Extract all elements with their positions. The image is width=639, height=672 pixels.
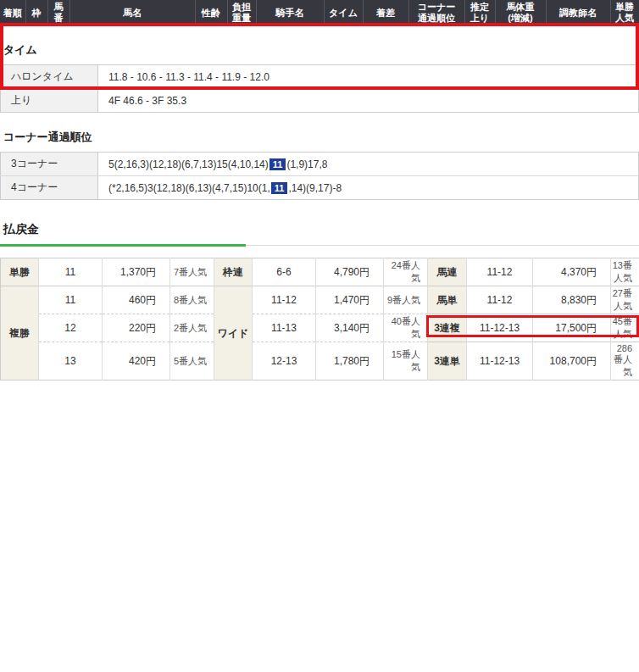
payout-section: 単勝 11 1,370円 7番人気 枠連 6-6 4,790円 24番人気 馬連… [0,258,639,380]
column-header: 着差 [363,0,408,25]
corner3-order: 5(2,16,3)(12,18)(6,7,13)15(4,10,14)11(1,… [98,153,639,176]
umaren-number: 11-12 [467,258,533,286]
winner-number-chip: 11 [269,158,286,170]
tansho-number: 11 [39,258,103,286]
umaren-amount: 4,370円 [533,258,611,286]
fukusho-popularity: 2番人気 [170,314,214,342]
laptime-row: ハロンタイム 11.8 - 10.6 - 11.3 - 11.4 - 11.9 … [1,65,639,89]
corner4-pre: (*2,16,5)3(12,18)(6,13)(4,7,15)10(1, [108,182,270,194]
wide-number: 11-13 [253,314,316,342]
payout-table: 単勝 11 1,370円 7番人気 枠連 6-6 4,790円 24番人気 馬連… [0,258,639,380]
corner4-order: (*2,16,5)3(12,18)(6,13)(4,7,15)10(1,11,1… [98,176,639,200]
wide-number: 11-12 [253,286,316,314]
sanrenpuku-number: 11-12-13 [467,314,533,342]
payout-row: 単勝 11 1,370円 7番人気 枠連 6-6 4,790円 24番人気 馬連… [1,258,639,286]
column-header: 着順 [0,0,25,25]
umaren-label: 馬連 [428,258,467,286]
column-header: コーナー 通過順位 [408,0,464,25]
column-header: 性齢 [195,0,227,25]
fukusho-number: 13 [39,342,103,380]
sanrentan-amount: 108,700円 [533,342,611,380]
column-header: 馬名 [69,0,195,25]
sanrentan-popularity: 286番人気 [611,342,639,380]
laptime-heading: タイム [3,42,636,58]
wide-popularity: 9番人気 [384,286,428,314]
wakuren-popularity: 24番人気 [384,258,428,286]
corner-table: 3コーナー 5(2,16,3)(12,18)(6,7,13)15(4,10,14… [0,152,639,200]
fukusho-amount: 220円 [103,314,170,342]
wide-amount: 1,470円 [316,286,384,314]
column-header: 推定 上り [464,0,495,25]
column-header: 調教師名 [546,0,610,25]
wide-amount: 3,140円 [316,314,384,342]
laptime-label: ハロンタイム [1,65,98,89]
fukusho-amount: 460円 [103,286,170,314]
sanrenpuku-popularity: 45番人気 [611,314,639,342]
umatan-amount: 8,830円 [533,286,611,314]
last-up-times: 4F 46.6 - 3F 35.3 [98,89,639,113]
corner3-label: 3コーナー [1,153,98,176]
wakuren-label: 枠連 [214,258,253,286]
payout-row: 13 420円 5番人気 12-13 1,780円 15番人気 3連単 11-1… [1,342,639,380]
payout-row: 複勝 11 460円 8番人気 ワイド 11-12 1,470円 9番人気 馬単… [1,286,639,314]
column-header: 単勝 人気 [610,0,639,25]
race-results-section: 着順枠馬 番馬名性齢負担 重量騎手名タイム着差コーナー 通過順位推定 上り馬体重… [0,0,639,25]
sanrentan-number: 11-12-13 [467,342,533,380]
column-header: 騎手名 [256,0,324,25]
wide-amount: 1,780円 [316,342,384,380]
tansho-popularity: 7番人気 [170,258,214,286]
corner-row: 4コーナー (*2,16,5)3(12,18)(6,13)(4,7,15)10(… [1,176,639,200]
fukusho-number: 11 [39,286,103,314]
umatan-popularity: 27番人気 [611,286,639,314]
fukusho-label: 複勝 [1,286,39,380]
wide-number: 12-13 [253,342,316,380]
sanrenpuku-label: 3連複 [428,314,467,342]
laptime-row: 上り 4F 46.6 - 3F 35.3 [1,89,639,113]
winner-number-chip: 11 [271,182,288,194]
corner4-post: ,14)(9,17)-8 [288,182,342,194]
wide-label: ワイド [214,286,253,380]
fukusho-number: 12 [39,314,103,342]
column-header: タイム [324,0,363,25]
sanrentan-label: 3連単 [428,342,467,380]
corner-heading: コーナー通過順位 [3,130,636,145]
tansho-label: 単勝 [1,258,39,286]
wakuren-amount: 4,790円 [316,258,384,286]
furlong-times: 11.8 - 10.6 - 11.3 - 11.4 - 11.9 - 12.0 [98,65,639,89]
wide-popularity: 15番人気 [384,342,428,380]
results-header-row: 着順枠馬 番馬名性齢負担 重量騎手名タイム着差コーナー 通過順位推定 上り馬体重… [0,0,639,25]
last-up-label: 上り [1,89,98,113]
wide-popularity: 40番人気 [384,314,428,342]
fukusho-popularity: 8番人気 [170,286,214,314]
fukusho-amount: 420円 [103,342,170,380]
payout-heading: 払戻金 [3,222,639,246]
tansho-amount: 1,370円 [103,258,170,286]
column-header: 馬 番 [47,0,69,25]
corner4-label: 4コーナー [1,176,98,200]
payout-row: 12 220円 2番人気 11-13 3,140円 40番人気 3連複 11-1… [1,314,639,342]
corner3-pre: 5(2,16,3)(12,18)(6,7,13)15(4,10,14) [108,158,269,170]
fukusho-popularity: 5番人気 [170,342,214,380]
race-results-table: 着順枠馬 番馬名性齢負担 重量騎手名タイム着差コーナー 通過順位推定 上り馬体重… [0,0,639,25]
umaren-popularity: 13番人気 [611,258,639,286]
column-header: 枠 [25,0,47,25]
corner3-post: (1,9)17,8 [286,158,327,170]
column-header: 馬体重 (増減) [495,0,546,25]
corner-row: 3コーナー 5(2,16,3)(12,18)(6,7,13)15(4,10,14… [1,153,639,176]
laptime-table: ハロンタイム 11.8 - 10.6 - 11.3 - 11.4 - 11.9 … [0,64,639,113]
sanrenpuku-amount: 17,500円 [533,314,611,342]
umatan-label: 馬単 [428,286,467,314]
wakuren-number: 6-6 [253,258,316,286]
column-header: 負担 重量 [227,0,256,25]
umatan-number: 11-12 [467,286,533,314]
